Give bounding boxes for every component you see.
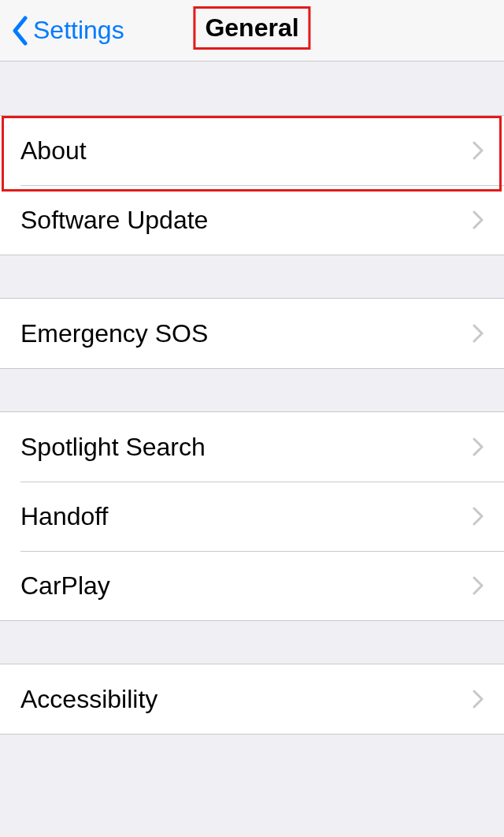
navbar: Settings General — [0, 0, 504, 61]
chevron-right-icon — [472, 690, 484, 709]
row-label: Software Update — [20, 206, 472, 235]
row-label: CarPlay — [20, 571, 472, 601]
row-carplay[interactable]: CarPlay — [0, 551, 504, 620]
chevron-left-icon — [11, 16, 28, 46]
settings-group: Accessibility — [0, 664, 504, 735]
settings-group: Spotlight Search Handoff CarPlay — [0, 411, 504, 621]
chevron-right-icon — [472, 141, 484, 160]
row-label: Handoff — [20, 502, 472, 531]
row-label: Accessibility — [20, 685, 472, 714]
row-accessibility[interactable]: Accessibility — [0, 664, 504, 734]
row-label: Spotlight Search — [20, 433, 472, 462]
row-spotlight-search[interactable]: Spotlight Search — [0, 412, 504, 482]
row-emergency-sos[interactable]: Emergency SOS — [0, 299, 504, 368]
chevron-right-icon — [472, 210, 484, 229]
row-label: Emergency SOS — [20, 319, 472, 348]
navbar-title: General — [205, 13, 298, 42]
chevron-right-icon — [472, 576, 484, 595]
navbar-title-highlight: General — [193, 6, 310, 50]
row-label: About — [20, 136, 472, 166]
row-about[interactable]: About — [0, 116, 504, 185]
chevron-right-icon — [472, 324, 484, 343]
chevron-right-icon — [472, 437, 484, 456]
back-label: Settings — [33, 16, 124, 45]
row-handoff[interactable]: Handoff — [0, 482, 504, 551]
settings-group: Emergency SOS — [0, 298, 504, 369]
row-software-update[interactable]: Software Update — [0, 185, 504, 255]
settings-group: About Software Update — [0, 115, 504, 255]
chevron-right-icon — [472, 507, 484, 526]
back-button[interactable]: Settings — [0, 16, 124, 46]
